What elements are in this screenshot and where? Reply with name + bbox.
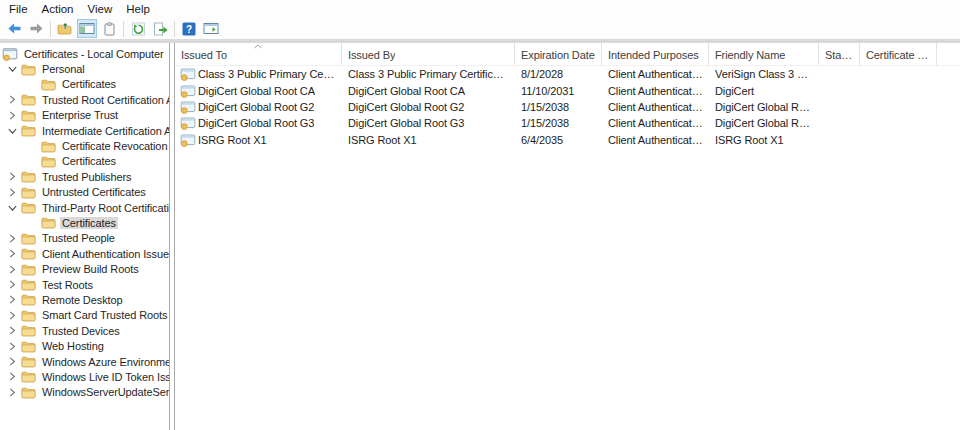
tree-item-certificates[interactable]: Certificates — [0, 77, 169, 92]
chevron-right-icon[interactable] — [4, 185, 20, 199]
cell-intended-purposes: Client Authenticatio… — [602, 68, 709, 80]
folder-icon — [40, 77, 56, 91]
chevron-down-icon[interactable] — [4, 201, 20, 215]
column-header-label: Expiration Date — [521, 49, 595, 61]
tree-item-label: Test Roots — [40, 279, 95, 291]
tree-item-enterprise-trust[interactable]: Enterprise Trust — [0, 108, 169, 123]
menu-view[interactable]: View — [81, 2, 120, 16]
column-header-issued-by[interactable]: Issued By — [342, 43, 515, 65]
tree-item-certificates[interactable]: Certificates — [0, 154, 169, 169]
folder-icon — [20, 124, 36, 138]
tree-item-untrusted-certificates[interactable]: Untrusted Certificates — [0, 185, 169, 200]
chevron-right-icon[interactable] — [4, 385, 20, 399]
menu-action[interactable]: Action — [35, 2, 81, 16]
clipboard-button[interactable] — [99, 19, 119, 38]
tree-item-remote-desktop[interactable]: Remote Desktop — [0, 292, 169, 307]
tree-item-label: Preview Build Roots — [40, 263, 141, 275]
tree-item-personal[interactable]: Personal — [0, 61, 169, 76]
column-header-intended-purposes[interactable]: Intended Purposes — [602, 43, 709, 65]
cell-issued-to: DigiCert Global Root G3 — [175, 116, 342, 130]
back-button[interactable] — [4, 19, 24, 38]
chevron-right-icon[interactable] — [4, 231, 20, 245]
tree-item-label: Trusted People — [40, 232, 117, 244]
chevron-right-icon[interactable] — [4, 355, 20, 369]
tree-item-label: Certificates — [60, 217, 118, 229]
cell-expiration-date: 6/4/2035 — [515, 134, 602, 146]
tree-item-preview-build-roots[interactable]: Preview Build Roots — [0, 261, 169, 276]
tree-item-trusted-publishers[interactable]: Trusted Publishers — [0, 169, 169, 184]
tree-item-label: Certificates - Local Computer — [22, 48, 166, 60]
chevron-right-icon[interactable] — [4, 308, 20, 322]
folder-icon — [20, 278, 36, 292]
cell-friendly-name: DigiCert — [709, 85, 819, 97]
forward-button[interactable] — [26, 19, 46, 38]
tree-item-label: Personal — [40, 63, 87, 75]
tree-item-label: Enterprise Trust — [40, 109, 120, 121]
chevron-right-icon[interactable] — [4, 247, 20, 261]
folder-icon — [20, 262, 36, 276]
chevron-right-icon[interactable] — [4, 262, 20, 276]
certificates-root-icon — [2, 47, 18, 61]
tree-item-trusted-root-certification-aut[interactable]: Trusted Root Certification Aut — [0, 92, 169, 107]
certificate-row[interactable]: Class 3 Public Primary Certificati…Class… — [175, 66, 960, 82]
tree-item-trusted-people[interactable]: Trusted People — [0, 231, 169, 246]
column-header-label: Issued To — [181, 49, 227, 61]
tree-item-certificate-revocation-list[interactable]: Certificate Revocation List — [0, 138, 169, 153]
chevron-down-icon[interactable] — [4, 124, 20, 138]
folder-icon — [20, 108, 36, 122]
chevron-right-icon[interactable] — [4, 339, 20, 353]
tree-item-client-authentication-issuers[interactable]: Client Authentication Issuers — [0, 246, 169, 261]
chevron-spacer — [24, 139, 40, 153]
action-pane-toggle-button[interactable] — [201, 19, 221, 38]
folder-icon — [20, 93, 36, 107]
tree-item-smart-card-trusted-roots[interactable]: Smart Card Trusted Roots — [0, 308, 169, 323]
chevron-right-icon[interactable] — [4, 370, 20, 384]
menu-help[interactable]: Help — [119, 2, 157, 16]
tree-item-intermediate-certification-aut[interactable]: Intermediate Certification Aut — [0, 123, 169, 138]
show-console-tree-button[interactable] — [77, 19, 97, 38]
chevron-right-icon[interactable] — [4, 293, 20, 307]
tree-item-windows-live-id-token-issuer[interactable]: Windows Live ID Token Issuer — [0, 369, 169, 384]
tree-item-trusted-devices[interactable]: Trusted Devices — [0, 323, 169, 338]
issued-to-text: Class 3 Public Primary Certificati… — [198, 68, 336, 80]
column-header-certificate-tem[interactable]: Certificate Tem… — [860, 43, 937, 65]
tree-item-label: Windows Azure Environment — [40, 356, 170, 368]
chevron-right-icon[interactable] — [4, 170, 20, 184]
chevron-down-icon[interactable] — [4, 62, 20, 76]
tree-item-certificates-local-computer[interactable]: Certificates - Local Computer — [0, 46, 169, 61]
chevron-right-icon[interactable] — [4, 324, 20, 338]
column-header-label: Intended Purposes — [608, 49, 699, 61]
cell-friendly-name: VeriSign Class 3 Pub… — [709, 68, 819, 80]
certificate-row[interactable]: DigiCert Global Root CADigiCert Global R… — [175, 82, 960, 98]
help-button[interactable]: ? — [179, 19, 199, 38]
certificate-list: Issued ToIssued ByExpiration DateIntende… — [174, 43, 960, 430]
certificate-row[interactable]: DigiCert Global Root G2DigiCert Global R… — [175, 99, 960, 115]
tree-item-label: Client Authentication Issuers — [40, 248, 170, 260]
column-header-label: Status — [825, 49, 853, 61]
up-one-level-button[interactable] — [55, 19, 75, 38]
tree-item-third-party-root-certification[interactable]: Third-Party Root Certification — [0, 200, 169, 215]
issued-to-text: DigiCert Global Root G3 — [198, 117, 314, 129]
cell-intended-purposes: Client Authenticatio… — [602, 101, 709, 113]
column-header-friendly-name[interactable]: Friendly Name — [709, 43, 819, 65]
chevron-right-icon[interactable] — [4, 278, 20, 292]
tree-item-certificates[interactable]: Certificates — [0, 215, 169, 230]
cell-expiration-date: 1/15/2038 — [515, 117, 602, 129]
certificate-row[interactable]: DigiCert Global Root G3DigiCert Global R… — [175, 115, 960, 131]
column-header-status[interactable]: Status — [819, 43, 860, 65]
tree-item-windowsserverupdateservice[interactable]: WindowsServerUpdateService — [0, 385, 169, 400]
tree-item-test-roots[interactable]: Test Roots — [0, 277, 169, 292]
export-list-button[interactable] — [150, 19, 170, 38]
refresh-button[interactable] — [128, 19, 148, 38]
column-header-expiration-date[interactable]: Expiration Date — [515, 43, 602, 65]
tree-item-web-hosting[interactable]: Web Hosting — [0, 338, 169, 353]
chevron-right-icon[interactable] — [4, 93, 20, 107]
folder-icon — [20, 170, 36, 184]
menu-file[interactable]: File — [2, 2, 35, 16]
certificate-row[interactable]: ISRG Root X1ISRG Root X16/4/2035Client A… — [175, 132, 960, 148]
chevron-right-icon[interactable] — [4, 108, 20, 122]
column-header-issued-to[interactable]: Issued To — [175, 43, 342, 65]
tree-item-windows-azure-environment[interactable]: Windows Azure Environment — [0, 354, 169, 369]
cell-issued-to: Class 3 Public Primary Certificati… — [175, 67, 342, 81]
chevron-spacer — [24, 154, 40, 168]
